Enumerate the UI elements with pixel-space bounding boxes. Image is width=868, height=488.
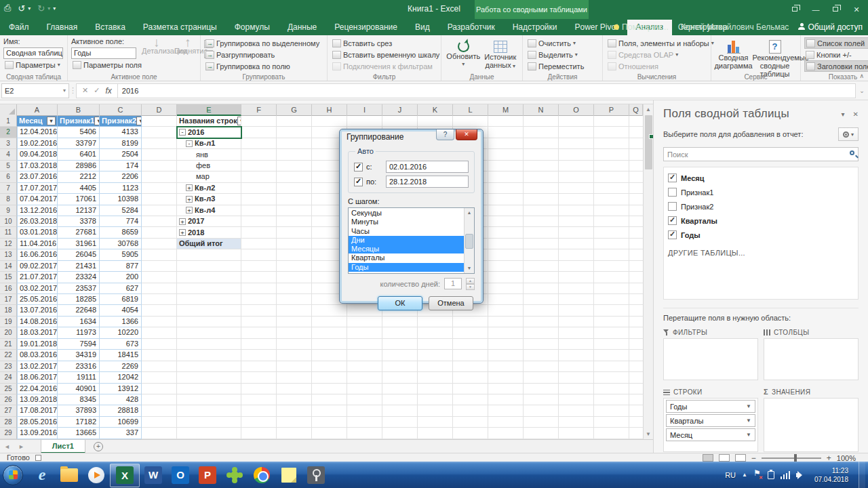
cell-attr2[interactable]: 877 [100,261,142,272]
sheet-tab[interactable]: Лист1 [41,440,85,453]
expand-collapse-icon[interactable]: + [186,184,193,191]
pivot-row-cell[interactable]: -2016 [177,127,241,138]
column-header[interactable]: Q [629,104,643,116]
cell-attr2[interactable]: 10220 [100,327,142,338]
cell-attr2[interactable]: 2269 [100,361,142,372]
insert-function-icon[interactable]: fx [105,86,111,96]
expand-collapse-icon[interactable]: - [186,140,193,147]
ribbon-tab[interactable]: Вид [406,20,439,35]
step-list-item[interactable]: Минуты [349,218,464,226]
show-toggle-button[interactable]: Список полей [804,37,868,49]
language-indicator[interactable]: RU [725,471,736,479]
active-field-input[interactable]: Годы [71,47,136,59]
pivot-row-cell[interactable] [177,283,241,294]
data-source-button[interactable]: Источник данных ▾ [482,37,519,72]
pivot-row-cell[interactable] [177,350,241,361]
empty-cells[interactable] [241,405,653,416]
cell[interactable] [142,205,177,216]
pivot-row-cell[interactable] [177,417,241,428]
field-checkbox[interactable] [668,174,677,182]
row-header[interactable]: 17 [0,294,17,305]
cell[interactable] [142,127,177,138]
from-date-input[interactable]: 02.01.2016 [386,161,469,173]
cell[interactable] [142,350,177,361]
cell[interactable] [142,283,177,294]
values-dropzone[interactable] [764,398,859,452]
row-header[interactable]: 13 [0,249,17,260]
grouping-button[interactable]: →Группировка по полю [204,60,323,72]
page-layout-view-icon[interactable] [719,454,730,462]
columns-dropzone[interactable] [764,338,859,380]
pivot-row-cell[interactable] [177,272,241,283]
add-sheet-icon[interactable]: + [94,442,103,451]
rows-dropzone[interactable]: Годы▼Кварталы▼Месяц▼ [663,398,758,452]
row-header[interactable]: 10 [0,216,17,227]
cell[interactable] [142,194,177,205]
table-header-attr1[interactable]: Признак1▾ [58,116,100,127]
taskbar-item-outlook[interactable]: O [167,462,194,488]
confirm-entry-icon[interactable]: ✓ [94,86,100,95]
cell-attr1[interactable]: 18285 [58,294,100,305]
cell[interactable] [142,405,177,416]
row-header[interactable]: 24 [0,372,17,383]
clock[interactable]: 11:23 07.04.2018 [814,466,848,484]
pivot-row-cell[interactable] [177,372,241,383]
empty-cells[interactable] [241,350,653,361]
cell-attr1[interactable]: 37893 [58,405,100,416]
cell-attr1[interactable]: 4405 [58,183,100,194]
pivot-row-cell[interactable] [177,317,241,327]
user-name[interactable]: Сергей Михайлович Бельмас [678,22,789,32]
step-list-item[interactable]: Месяцы [349,245,464,253]
cell-attr2[interactable]: 13912 [100,384,142,394]
column-header[interactable]: L [453,104,488,116]
column-header[interactable]: H [312,104,347,116]
cell-attr1[interactable]: 21431 [58,261,100,272]
cell[interactable] [142,417,177,428]
cell-attr2[interactable]: 28818 [100,405,142,416]
cell-attr2[interactable]: 8659 [100,227,142,238]
vertical-scrollbar[interactable]: ▲ ▼ [643,104,653,439]
cell-attr1[interactable]: 23324 [58,272,100,283]
pivot-row-cell[interactable] [177,405,241,416]
hidden-icons-chevron-icon[interactable]: ▲ [742,472,747,478]
cell-attr1[interactable]: 7594 [58,339,100,350]
expand-collapse-icon[interactable]: - [179,129,186,136]
empty-cells[interactable] [241,428,653,439]
cell-attr2[interactable]: 1366 [100,317,142,327]
row-header[interactable]: 5 [0,161,17,171]
pill-dropdown-icon[interactable]: ▼ [746,418,751,424]
filter-button[interactable]: Подключения к фильтрам [331,60,437,72]
cell-month[interactable]: 14.08.2016 [17,317,58,327]
undo-icon[interactable]: ↺ [18,3,25,14]
step-list-item[interactable]: Годы [349,263,464,272]
cell-attr1[interactable]: 22648 [58,305,100,316]
taskbar-item-icq[interactable] [221,462,248,488]
pivot-row-cell[interactable]: Общий итог [177,239,241,249]
empty-cells[interactable] [241,317,653,327]
cell[interactable] [142,361,177,372]
calculation-button[interactable]: Средства OLAP▾ [606,49,707,60]
calculation-button[interactable]: Отношения▾ [606,60,707,72]
pivot-row-cell[interactable]: янв [177,149,241,160]
cell[interactable] [142,249,177,260]
cell[interactable] [142,116,177,127]
tray-app-icon[interactable] [768,471,774,479]
taskbar-item-ie[interactable]: e [28,462,56,488]
zoom-level[interactable]: 100% [837,454,856,462]
empty-cells[interactable] [241,372,653,383]
taskbar-item-powerpoint[interactable]: P [194,462,221,488]
cell-month[interactable]: 18.06.2017 [17,372,58,383]
filter-dropdown-icon[interactable]: ▾ [47,117,56,125]
cell-attr2[interactable]: 6819 [100,294,142,305]
cell[interactable] [142,317,177,327]
cell-attr1[interactable]: 6401 [58,149,100,160]
minimize-icon[interactable]: — [807,3,825,16]
cell-attr1[interactable]: 11973 [58,327,100,338]
pivot-row-cell[interactable] [177,339,241,350]
name-box[interactable]: E2▾ [1,83,69,98]
cell-month[interactable]: 09.02.2017 [17,261,58,272]
taskbar-item-chrome[interactable] [248,462,275,488]
pane-close-icon[interactable]: ✕ [853,110,859,118]
cell[interactable] [142,261,177,272]
more-tables-link[interactable]: ДРУГИЕ ТАБЛИЦЫ... [668,249,854,257]
